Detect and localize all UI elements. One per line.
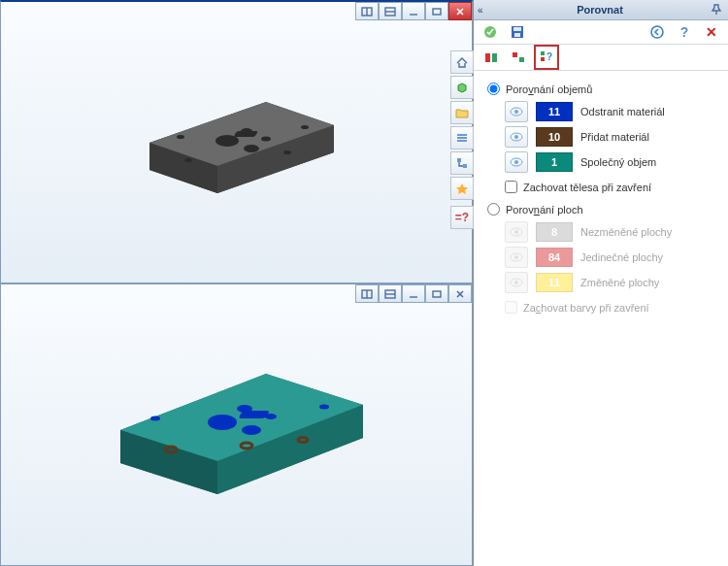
panel-collapse-icon[interactable]: « — [478, 5, 489, 16]
panel-ok-icon[interactable] — [480, 21, 501, 43]
label-unchanged: Nezměněné plochy — [580, 226, 672, 238]
svg-point-11 — [244, 145, 259, 152]
swatch-remove[interactable]: 11 — [536, 102, 573, 121]
svg-point-14 — [177, 135, 184, 139]
svg-text:?: ? — [546, 51, 552, 62]
vp-bot-split-h[interactable] — [355, 284, 379, 303]
compare-tool-3-icon[interactable]: ? — [534, 45, 559, 70]
svg-rect-40 — [457, 134, 467, 136]
svg-point-34 — [319, 404, 329, 409]
keep-bodies-label: Zachovat tělesa při zavření — [523, 182, 651, 193]
radio-volumes[interactable] — [487, 83, 500, 95]
side-dock: =? — [450, 50, 472, 229]
vp-top-split-h[interactable] — [355, 2, 379, 20]
dock-star-icon[interactable] — [450, 177, 474, 200]
group-volumes-label: Porovnání objemů — [506, 83, 592, 95]
svg-rect-5 — [433, 9, 441, 15]
svg-rect-51 — [485, 53, 490, 62]
swatch-unchanged: 8 — [536, 222, 573, 242]
svg-rect-48 — [513, 27, 521, 31]
svg-point-15 — [184, 158, 192, 162]
vp-top-close[interactable] — [448, 2, 472, 20]
keep-colors-checkbox: Zachovat barvy při zavření — [505, 301, 718, 314]
svg-point-67 — [514, 255, 518, 259]
svg-point-13 — [261, 136, 271, 141]
dock-compare-icon[interactable]: =? — [450, 206, 474, 229]
panel-pin-icon[interactable] — [711, 3, 724, 17]
eye-add-material[interactable] — [505, 126, 528, 148]
group-volumes-radio[interactable]: Porovnání objemů — [487, 83, 718, 95]
radio-faces[interactable] — [487, 203, 500, 216]
svg-point-17 — [283, 150, 291, 154]
eye-changed — [505, 272, 528, 293]
row-unique-faces: 84 Jedinečné plochy — [505, 247, 718, 268]
row-unchanged-faces: 8 Nezměněné plochy — [505, 221, 718, 243]
dock-cube-icon[interactable] — [450, 76, 474, 99]
panel-action-row: ? ✕ — [474, 20, 728, 45]
panel-help-icon[interactable]: ? — [674, 21, 695, 43]
eye-common-volume[interactable] — [505, 151, 528, 173]
label-add: Přidat materiál — [580, 131, 649, 143]
vp-top-split-v[interactable] — [379, 2, 402, 20]
label-changed: Změněné plochy — [580, 277, 659, 288]
svg-rect-42 — [457, 140, 467, 142]
svg-point-16 — [301, 125, 309, 129]
row-common-volume: 1 Společný objem — [505, 151, 718, 173]
svg-rect-56 — [541, 57, 545, 61]
row-changed-faces: 11 Změněné plochy — [505, 272, 718, 293]
eye-remove-material[interactable] — [505, 101, 528, 122]
panel-back-icon[interactable] — [646, 21, 668, 43]
dock-list-icon[interactable] — [450, 126, 474, 150]
svg-rect-55 — [541, 51, 545, 55]
panel-save-icon[interactable] — [507, 21, 528, 43]
dock-folder-icon[interactable] — [450, 101, 474, 124]
compare-toolbar: ? — [474, 45, 728, 71]
compare-tool-1-icon[interactable] — [480, 46, 503, 69]
dock-tree-icon[interactable] — [450, 151, 474, 175]
keep-colors-label: Zachovat barvy při zavření — [523, 302, 649, 314]
vp-bot-maximize[interactable] — [425, 284, 448, 303]
svg-point-61 — [514, 135, 518, 139]
panel-title: Porovnat — [493, 4, 707, 16]
dock-home-icon[interactable] — [450, 50, 474, 74]
vp-bot-close[interactable] — [448, 284, 472, 303]
chk-keep-colors — [505, 301, 517, 314]
model-bottom — [91, 323, 382, 527]
vp-top-maximize[interactable] — [425, 2, 448, 20]
svg-rect-54 — [519, 57, 524, 62]
eye-unique — [505, 247, 528, 268]
compare-tool-2-icon[interactable] — [507, 46, 530, 69]
svg-point-50 — [651, 26, 663, 38]
svg-rect-35 — [238, 411, 270, 418]
svg-point-63 — [514, 160, 518, 164]
eye-unchanged — [505, 221, 528, 243]
swatch-changed: 11 — [536, 273, 573, 292]
panel-body: Porovnání objemů 11 Odstranit materiál 1… — [474, 71, 728, 566]
keep-bodies-checkbox[interactable]: Zachovat tělesa při zavření — [505, 181, 718, 193]
swatch-common[interactable]: 1 — [536, 152, 573, 172]
vp-bot-minimize[interactable] — [402, 284, 425, 303]
svg-rect-43 — [457, 158, 461, 162]
swatch-add[interactable]: 10 — [536, 127, 573, 147]
svg-rect-53 — [513, 52, 517, 57]
svg-marker-45 — [456, 183, 468, 194]
svg-point-59 — [514, 110, 518, 114]
svg-rect-44 — [463, 164, 467, 168]
svg-point-30 — [242, 425, 261, 435]
svg-marker-39 — [458, 83, 466, 92]
svg-rect-41 — [457, 137, 467, 139]
row-add-material: 10 Přidat materiál — [505, 126, 718, 148]
svg-point-33 — [150, 416, 160, 420]
viewport-bottom[interactable] — [0, 283, 473, 566]
svg-point-29 — [208, 415, 237, 430]
viewport-top[interactable] — [0, 0, 473, 283]
label-unique: Jedinečné plochy — [580, 251, 663, 263]
vp-top-minimize[interactable] — [402, 2, 425, 20]
label-remove: Odstranit materiál — [580, 106, 665, 117]
panel-close-icon[interactable]: ✕ — [701, 21, 722, 43]
chk-keep-bodies[interactable] — [505, 181, 517, 193]
group-faces-label: Porovnání ploch — [506, 204, 583, 216]
svg-rect-24 — [433, 291, 441, 297]
group-faces-radio[interactable]: Porovnání ploch — [487, 203, 718, 216]
vp-bot-split-v[interactable] — [379, 284, 402, 303]
